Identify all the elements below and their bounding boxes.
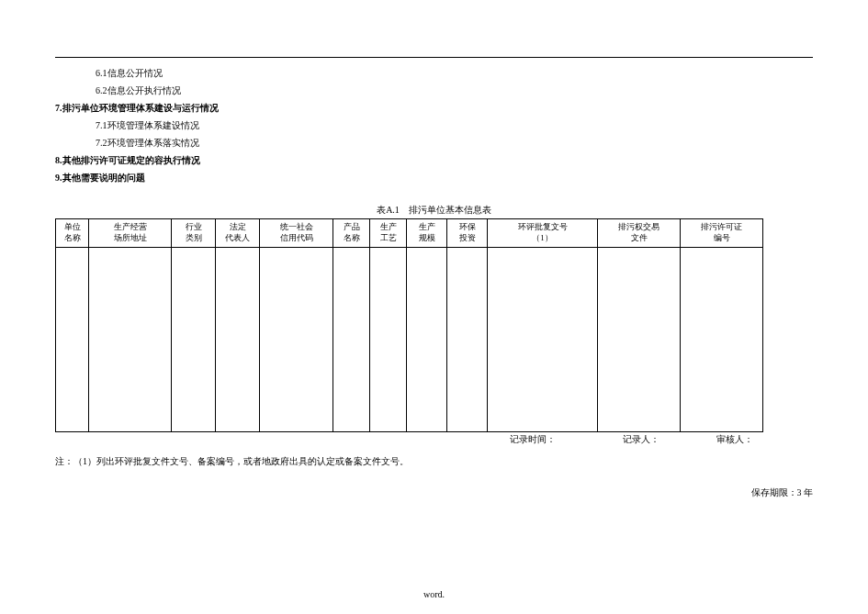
col-legal-rep: 法定代表人 <box>216 219 260 248</box>
basic-info-table: 单位名称 生产经营场所地址 行业类别 法定代表人 统一社会信用代码 产品名称 生… <box>55 218 763 432</box>
cell-permit-no <box>681 248 763 432</box>
outline-item-7-1: 7.1环境管理体系建设情况 <box>96 117 219 134</box>
cell-env-invest <box>447 248 488 432</box>
cell-address <box>89 248 172 432</box>
page-footer: word. <box>0 589 868 599</box>
cell-eia-approval <box>488 248 598 432</box>
outline-list: 6.1信息公开情况 6.2信息公开执行情况 7.排污单位环境管理体系建设与运行情… <box>55 64 219 186</box>
table-row <box>56 248 763 432</box>
outline-item-7: 7.排污单位环境管理体系建设与运行情况 <box>55 99 219 117</box>
outline-item-6-2: 6.2信息公开执行情况 <box>96 82 219 99</box>
col-process: 生产工艺 <box>370 219 407 248</box>
outline-item-8: 8.其他排污许可证规定的容执行情况 <box>55 151 219 169</box>
cell-scale <box>407 248 447 432</box>
col-scale: 生产规模 <box>407 219 447 248</box>
cell-process <box>370 248 407 432</box>
cell-product-name <box>333 248 370 432</box>
col-credit-code: 统一社会信用代码 <box>260 219 333 248</box>
col-permit-no: 排污许可证编号 <box>681 219 763 248</box>
table-title: 表A.1 排污单位基本信息表 <box>0 204 868 217</box>
reviewer-label: 审核人： <box>716 433 808 446</box>
retention-period: 保存期限：3 年 <box>751 486 814 499</box>
cell-unit-name <box>56 248 89 432</box>
top-rule <box>55 57 813 58</box>
document-page: 6.1信息公开情况 6.2信息公开执行情况 7.排污单位环境管理体系建设与运行情… <box>0 0 868 614</box>
cell-credit-code <box>260 248 333 432</box>
col-industry: 行业类别 <box>172 219 216 248</box>
col-env-invest: 环保投资 <box>447 219 488 248</box>
col-eia-approval: 环评批复文号（1） <box>488 219 598 248</box>
col-product-name: 产品名称 <box>333 219 370 248</box>
recorder-label: 记录人： <box>623 433 715 446</box>
footnote: 注：（1）列出环评批复文件文号、备案编号，或者地政府出具的认定或备案文件文号。 <box>55 455 409 468</box>
table-header-row: 单位名称 生产经营场所地址 行业类别 法定代表人 统一社会信用代码 产品名称 生… <box>56 219 763 248</box>
cell-emission-trade <box>598 248 681 432</box>
record-time-label: 记录时间： <box>510 433 620 446</box>
col-emission-trade: 排污权交易文件 <box>598 219 681 248</box>
col-unit-name: 单位名称 <box>56 219 89 248</box>
outline-item-6-1: 6.1信息公开情况 <box>96 64 219 82</box>
outline-item-9: 9.其他需要说明的问题 <box>55 169 219 186</box>
outline-item-7-2: 7.2环境管理体系落实情况 <box>96 134 219 151</box>
col-address: 生产经营场所地址 <box>89 219 172 248</box>
cell-legal-rep <box>216 248 260 432</box>
signature-line: 记录时间： 记录人： 审核人： <box>510 433 808 446</box>
cell-industry <box>172 248 216 432</box>
